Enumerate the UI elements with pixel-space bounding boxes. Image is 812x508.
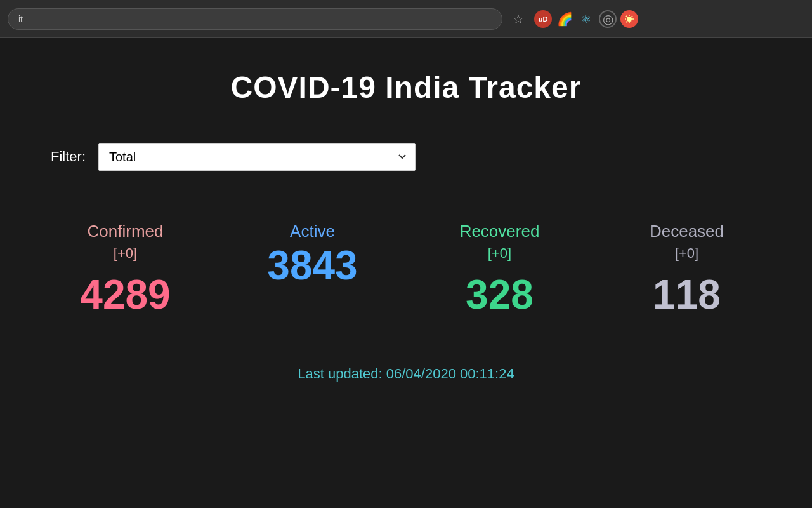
sun-icon[interactable] bbox=[620, 10, 638, 28]
deceased-label: Deceased bbox=[606, 222, 768, 241]
ublock-icon[interactable]: uD bbox=[534, 10, 552, 28]
stat-deceased: Deceased [+0] 118 bbox=[599, 209, 774, 328]
last-updated: Last updated: 06/04/2020 00:11:24 bbox=[38, 366, 774, 382]
stat-recovered: Recovered [+0] 328 bbox=[412, 209, 587, 328]
extension-icons: uD 🌈 ⚛ ◎ bbox=[534, 10, 638, 28]
svg-line-8 bbox=[626, 21, 627, 22]
svg-point-0 bbox=[627, 17, 632, 22]
main-content: COVID-19 India Tracker Filter: Total Tod… bbox=[0, 38, 812, 508]
deceased-change: [+0] bbox=[606, 245, 768, 262]
stat-confirmed: Confirmed [+0] 4289 bbox=[38, 209, 213, 328]
color-icon[interactable]: 🌈 bbox=[556, 10, 573, 28]
svg-line-7 bbox=[632, 15, 632, 16]
atom-icon[interactable]: ⚛ bbox=[577, 10, 595, 28]
browser-chrome: it ☆ uD 🌈 ⚛ ◎ bbox=[0, 0, 812, 38]
filter-label: Filter: bbox=[51, 149, 86, 165]
circle-icon[interactable]: ◎ bbox=[599, 10, 617, 28]
filter-select[interactable]: Total Today Yesterday bbox=[98, 143, 416, 171]
confirmed-value: 4289 bbox=[44, 274, 206, 315]
recovered-label: Recovered bbox=[419, 222, 580, 241]
stat-active: Active 3843 bbox=[225, 209, 400, 328]
page-title: COVID-19 India Tracker bbox=[38, 70, 774, 105]
stats-grid: Confirmed [+0] 4289 Active 3843 Recovere… bbox=[38, 209, 774, 328]
svg-line-6 bbox=[632, 21, 632, 22]
svg-line-5 bbox=[626, 15, 627, 16]
active-label: Active bbox=[232, 222, 393, 241]
address-bar[interactable]: it bbox=[8, 8, 502, 30]
confirmed-label: Confirmed bbox=[44, 222, 206, 241]
deceased-value: 118 bbox=[606, 274, 768, 315]
recovered-change: [+0] bbox=[419, 245, 580, 262]
filter-row: Filter: Total Today Yesterday bbox=[51, 143, 774, 171]
address-text: it bbox=[18, 14, 23, 24]
bookmark-icon[interactable]: ☆ bbox=[513, 11, 524, 27]
confirmed-change: [+0] bbox=[44, 245, 206, 262]
recovered-value: 328 bbox=[419, 274, 580, 315]
active-value: 3843 bbox=[232, 245, 393, 286]
